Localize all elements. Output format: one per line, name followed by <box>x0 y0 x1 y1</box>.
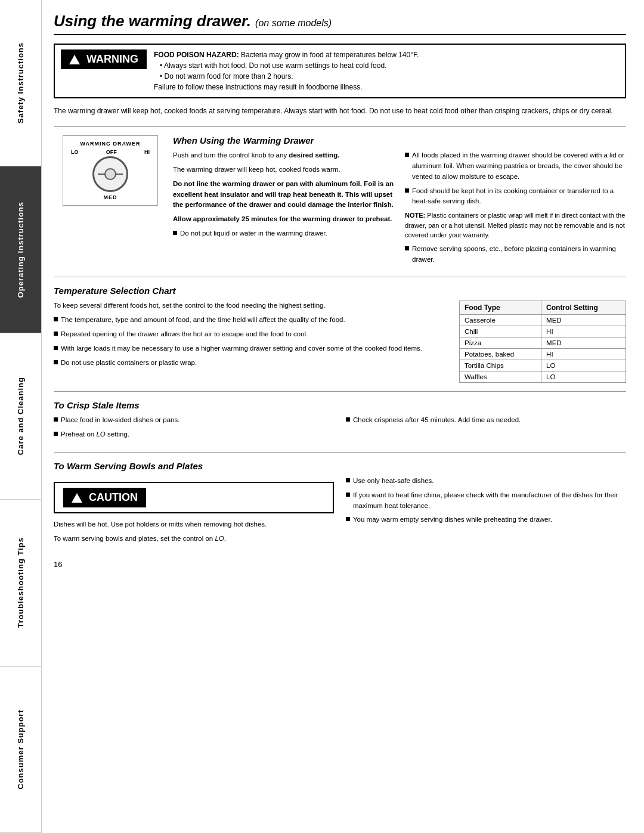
bullet-icon <box>54 332 58 336</box>
wu-text-4: Allow approximately 25 minutes for the w… <box>173 214 394 225</box>
warning-hazard-bold: FOOD POISON HAZARD: <box>154 51 239 59</box>
food-cell: Chili <box>460 326 541 337</box>
caution-label: CAUTION <box>63 488 146 507</box>
wu-bullet-1: Do not put liquid or water in the warmin… <box>173 228 394 239</box>
bullet-icon <box>54 360 58 364</box>
caution-text: Dishes will be hot. Use pot holders or m… <box>54 519 334 530</box>
when-using-cols: Push and turn the control knob to any de… <box>173 150 626 268</box>
tc-bullet-1: The temperature, type and amount of food… <box>54 315 447 326</box>
sidebar-section-care: Care and Cleaning <box>0 333 41 500</box>
knob-labels: LO OFF HI <box>68 149 153 155</box>
wu-r-bullet-3: Remove serving spoons, etc., before plac… <box>405 244 626 265</box>
knob-top-label: WARMING DRAWER <box>68 141 153 147</box>
food-cell: Tortilla Chips <box>460 360 541 371</box>
crisp-section: To Crisp Stale Items Place food in low-s… <box>54 400 626 444</box>
tc-bullet-4-text: Do not use plastic containers or plastic… <box>61 358 197 368</box>
page-title: Using the warming drawer. (on some model… <box>54 12 626 35</box>
crisp-bullet-2: Preheat on LO setting. <box>54 429 334 440</box>
divider-2 <box>54 277 626 277</box>
warm-bowls-layout: CAUTION Dishes will be hot. Use pot hold… <box>54 476 626 548</box>
temp-chart-right: Food Type Control Setting Casserole MED … <box>459 301 626 383</box>
tc-bullet-1-text: The temperature, type and amount of food… <box>61 315 345 326</box>
setting-cell: MED <box>541 337 626 349</box>
tc-bullet-4: Do not use plastic containers or plastic… <box>54 358 447 368</box>
table-row: Casserole MED <box>460 315 626 326</box>
warm-bowls-section: To Warm Serving Bowls and Plates CAUTION… <box>54 461 626 548</box>
wu-text-2: The warming drawer will keep hot, cooked… <box>173 165 394 175</box>
table-row: Tortilla Chips LO <box>460 360 626 371</box>
setting-cell: LO <box>541 371 626 383</box>
food-cell: Waffles <box>460 371 541 383</box>
crisp-bullet-2-text: Preheat on LO setting. <box>61 429 129 440</box>
sidebar-section-operating: Operating Instructions <box>0 166 41 333</box>
sidebar-section-consumer: Consumer Support <box>0 667 41 833</box>
bullet-icon <box>346 493 350 497</box>
caution-triangle-icon <box>72 493 82 503</box>
wb-bullet-1-text: Use only heat-safe dishes. <box>353 476 434 487</box>
wu-r-bullet-3-text: Remove serving spoons, etc., before plac… <box>412 244 626 265</box>
knob-off-label: OFF <box>106 149 117 155</box>
knob-circle <box>92 156 128 192</box>
caution-box: CAUTION <box>54 482 334 513</box>
tc-bullet-3: With large loads it may be necessary to … <box>54 343 447 354</box>
bullet-icon <box>54 346 58 350</box>
knob-med-label: MED <box>68 194 153 200</box>
when-using-content: When Using the Warming Drawer Push and t… <box>173 135 626 268</box>
wu-r-bullet-1: All foods placed in the warming drawer s… <box>405 150 626 182</box>
sidebar-label-operating: Operating Instructions <box>16 202 25 298</box>
table-row: Potatoes, baked HI <box>460 349 626 360</box>
page: Safety Instructions Operating Instructio… <box>0 0 644 833</box>
warning-hazard: FOOD POISON HAZARD: Bacteria may grow in… <box>154 49 419 60</box>
warm-bowls-title: To Warm Serving Bowls and Plates <box>54 461 626 471</box>
divider-1 <box>54 126 626 127</box>
setting-cell: HI <box>541 326 626 337</box>
setting-cell: LO <box>541 360 626 371</box>
crisp-left: Place food in low-sided dishes or pans. … <box>54 415 334 444</box>
warning-triangle-icon <box>69 55 80 64</box>
bullet-icon <box>54 417 58 422</box>
warm-bowls-right: Use only heat-safe dishes. If you want t… <box>346 476 626 529</box>
when-using-title: When Using the Warming Drawer <box>173 135 626 145</box>
tc-bullet-3-text: With large loads it may be necessary to … <box>61 343 422 354</box>
bullet-icon <box>405 246 409 250</box>
crisp-right: Check crispness after 45 minutes. Add ti… <box>346 415 626 444</box>
knob-lo-label: LO <box>71 149 79 155</box>
temp-chart-cols: To keep several different foods hot, set… <box>54 301 626 383</box>
wb-bullet-2-text: If you want to heat fine china, please c… <box>353 490 626 512</box>
temp-intro: To keep several different foods hot, set… <box>54 301 447 311</box>
wb-bullet-3-text: You may warm empty serving dishes while … <box>353 515 552 525</box>
wu-text-3: Do not line the warming drawer or pan wi… <box>173 179 394 210</box>
setting-cell: HI <box>541 349 626 360</box>
tc-bullet-2-text: Repeated opening of the drawer allows th… <box>61 329 308 340</box>
knob-hi-label: HI <box>144 149 150 155</box>
warning-bullet-2: • Do not warm food for more than 2 hours… <box>160 71 419 82</box>
title-text: Using the warming drawer. <box>54 12 251 30</box>
sidebar-section-troubleshooting: Troubleshooting Tips <box>0 500 41 666</box>
knob-line-left <box>98 174 105 175</box>
bullet-icon <box>405 153 409 157</box>
title-subtitle: (on some models) <box>255 18 332 28</box>
bullet-icon <box>346 478 350 482</box>
warning-hazard-text: Bacteria may grow in food at temperature… <box>241 51 419 59</box>
page-number: 16 <box>54 560 626 569</box>
warning-box: WARNING FOOD POISON HAZARD: Bacteria may… <box>54 44 626 98</box>
crisp-r-bullet-1: Check crispness after 45 minutes. Add ti… <box>346 415 626 426</box>
divider-3 <box>54 391 626 392</box>
wu-note: NOTE: Plastic containers or plastic wrap… <box>405 210 626 240</box>
crisp-bullet-1-text: Place food in low-sided dishes or pans. <box>61 415 179 426</box>
warning-footer: Failure to follow these instructions may… <box>154 82 419 92</box>
table-row: Waffles LO <box>460 371 626 383</box>
bullet-icon <box>173 231 177 235</box>
table-row: Chili HI <box>460 326 626 337</box>
bullet-icon <box>405 188 409 193</box>
warning-label: WARNING <box>61 49 147 69</box>
warm-bowls-body: To warm serving bowls and plates, set th… <box>54 534 334 544</box>
crisp-r-bullet-1-text: Check crispness after 45 minutes. Add ti… <box>353 415 521 426</box>
knob-col: WARMING DRAWER LO OFF HI MED <box>54 135 173 268</box>
warning-bullet-1: • Always start with hot food. Do not use… <box>160 60 419 71</box>
sidebar-section-safety: Safety Instructions <box>0 0 41 166</box>
sidebar-label-consumer: Consumer Support <box>16 710 25 789</box>
crisp-title: To Crisp Stale Items <box>54 400 626 410</box>
bullet-icon <box>54 317 58 321</box>
crisp-cols: Place food in low-sided dishes or pans. … <box>54 415 626 444</box>
